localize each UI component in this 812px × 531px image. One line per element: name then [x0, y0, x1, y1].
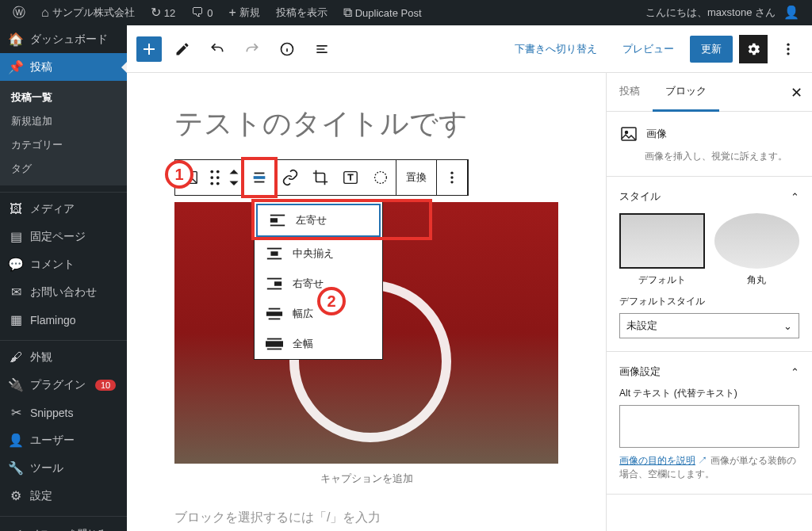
edit-mode-button[interactable]: [168, 35, 197, 63]
default-style-label: デフォルトスタイル: [619, 295, 799, 308]
user-greeting[interactable]: こんにちは、maxstone さん👤: [639, 0, 806, 25]
align-left-icon: [269, 213, 286, 227]
scissors-icon: ✂: [8, 405, 24, 420]
align-full-option[interactable]: 全幅: [255, 329, 382, 359]
menu-appearance[interactable]: 🖌外観: [0, 344, 127, 371]
avatar-icon: 👤: [783, 6, 799, 19]
svg-rect-30: [266, 311, 282, 316]
svg-rect-31: [269, 319, 281, 320]
menu-dashboard[interactable]: 🏠ダッシュボード: [0, 25, 127, 53]
submenu-tags[interactable]: タグ: [0, 157, 127, 181]
tab-post[interactable]: 投稿: [607, 73, 653, 111]
site-name-link[interactable]: ⌂サンプル株式会社: [35, 0, 141, 25]
menu-plugins[interactable]: 🔌プラグイン10: [0, 371, 127, 399]
style-rounded-option[interactable]: 角丸: [714, 213, 800, 287]
submenu-categories[interactable]: カテゴリー: [0, 133, 127, 157]
post-title[interactable]: テストのタイトルです: [174, 105, 558, 143]
wrench-icon: 🔧: [8, 460, 24, 476]
svg-rect-34: [267, 349, 282, 350]
redo-icon: [244, 41, 260, 57]
wp-logo[interactable]: ⓦ: [6, 0, 32, 25]
revisions-link[interactable]: ↻12: [144, 0, 182, 25]
link-button[interactable]: [275, 160, 305, 195]
menu-pages[interactable]: ▤固定ページ: [0, 223, 127, 250]
align-left-option[interactable]: 左寄せ: [256, 204, 381, 237]
comment-icon: 💬: [8, 257, 24, 272]
text-overlay-button[interactable]: [335, 160, 366, 195]
annotation-two: 2: [317, 287, 346, 315]
align-full-icon: [266, 337, 283, 351]
plus-icon: [140, 40, 159, 59]
posts-submenu: 投稿一覧 新規追加 カテゴリー タグ: [0, 81, 127, 185]
menu-users[interactable]: 👤ユーザー: [0, 426, 127, 454]
gear-icon: [745, 41, 761, 57]
submenu-all-posts[interactable]: 投稿一覧: [0, 86, 127, 109]
alignment-dropdown: 左寄せ 中央揃え 右寄せ 幅広: [254, 201, 383, 360]
duplicate-post-link[interactable]: ⧉Duplicate Post: [337, 0, 428, 25]
replace-button[interactable]: 置換: [396, 160, 436, 195]
more-options-button[interactable]: [774, 35, 802, 63]
dashboard-icon: 🏠: [8, 32, 24, 47]
crop-button[interactable]: [305, 160, 335, 195]
alt-help-link[interactable]: 画像の目的を説明: [619, 455, 695, 466]
menu-snippets[interactable]: ✂Snippets: [0, 399, 127, 426]
comments-link[interactable]: 🗨0: [185, 0, 219, 25]
info-button[interactable]: [273, 35, 301, 63]
menu-comments[interactable]: 💬コメント: [0, 250, 127, 278]
external-icon: ↗: [695, 455, 710, 466]
add-block-button[interactable]: [136, 36, 162, 62]
block-more-button[interactable]: [437, 160, 467, 195]
redo-button[interactable]: [238, 35, 266, 63]
outline-button[interactable]: [308, 35, 336, 63]
preview-button[interactable]: プレビュー: [613, 36, 684, 63]
close-inspector-button[interactable]: ✕: [787, 81, 806, 105]
style-default-preview: [619, 213, 705, 269]
image-settings-toggle[interactable]: 画像設定 ⌃: [619, 365, 799, 379]
block-description: 画像を挿入し、視覚に訴えます。: [645, 150, 799, 163]
brush-icon: 🖌: [8, 350, 24, 365]
svg-point-10: [210, 182, 213, 185]
alignment-button[interactable]: [241, 157, 278, 198]
menu-flamingo[interactable]: ▦Flamingo: [0, 306, 127, 334]
menu-media[interactable]: 🖼メディア: [0, 196, 127, 223]
style-default-option[interactable]: デフォルト: [619, 213, 705, 287]
default-style-select[interactable]: 未設定 ⌄: [619, 313, 799, 338]
admin-bar: ⓦ ⌂サンプル株式会社 ↻12 🗨0 +新規 投稿を表示 ⧉Duplicate …: [0, 0, 812, 25]
align-center-option[interactable]: 中央揃え: [255, 239, 382, 269]
comment-icon: 🗨: [191, 6, 204, 19]
duotone-button[interactable]: [366, 160, 396, 195]
drag-handle[interactable]: [205, 160, 224, 195]
chevron-up-icon: ⌃: [791, 366, 799, 378]
styles-panel-toggle[interactable]: スタイル ⌃: [619, 189, 799, 204]
editor-canvas[interactable]: テストのタイトルです 1 2: [127, 73, 606, 531]
menu-posts[interactable]: 📌投稿: [0, 53, 127, 81]
menu-settings[interactable]: ⚙設定: [0, 482, 127, 510]
inspector-tabs: 投稿 ブロック ✕: [607, 73, 812, 112]
svg-point-9: [216, 176, 220, 179]
view-post-link[interactable]: 投稿を表示: [270, 0, 334, 25]
kebab-icon: [444, 170, 460, 185]
align-none-icon: [251, 169, 268, 186]
chevron-down-icon: ⌄: [783, 320, 792, 332]
new-content-link[interactable]: +新規: [222, 0, 266, 25]
svg-rect-32: [267, 338, 282, 340]
block-appender[interactable]: ブロックを選択するには「/」を入力: [174, 494, 558, 526]
styles-panel: スタイル ⌃ デフォルト 角丸 デフォルトスタイル: [607, 177, 812, 352]
undo-button[interactable]: [203, 35, 232, 63]
svg-point-8: [210, 176, 213, 179]
svg-rect-25: [267, 258, 282, 260]
undo-icon: [209, 41, 225, 57]
duotone-icon: [372, 169, 389, 186]
menu-contact[interactable]: ✉お問い合わせ: [0, 278, 127, 306]
switch-to-draft-button[interactable]: 下書きへ切り替え: [505, 36, 607, 63]
sliders-icon: ⚙: [8, 488, 24, 503]
update-button[interactable]: 更新: [690, 36, 733, 63]
alt-help-text: 画像の目的を説明 ↗ 画像が単なる装飾の場合、空欄にします。: [619, 454, 799, 481]
collapse-menu[interactable]: ◀メニューを閉じる: [0, 520, 127, 531]
menu-tools[interactable]: 🔧ツール: [0, 454, 127, 482]
alt-text-input[interactable]: [619, 405, 799, 448]
caption-placeholder[interactable]: キャプションを追加: [174, 464, 558, 494]
submenu-new-post[interactable]: 新規追加: [0, 109, 127, 133]
settings-toggle-button[interactable]: [739, 35, 768, 63]
tab-block[interactable]: ブロック: [653, 73, 719, 112]
